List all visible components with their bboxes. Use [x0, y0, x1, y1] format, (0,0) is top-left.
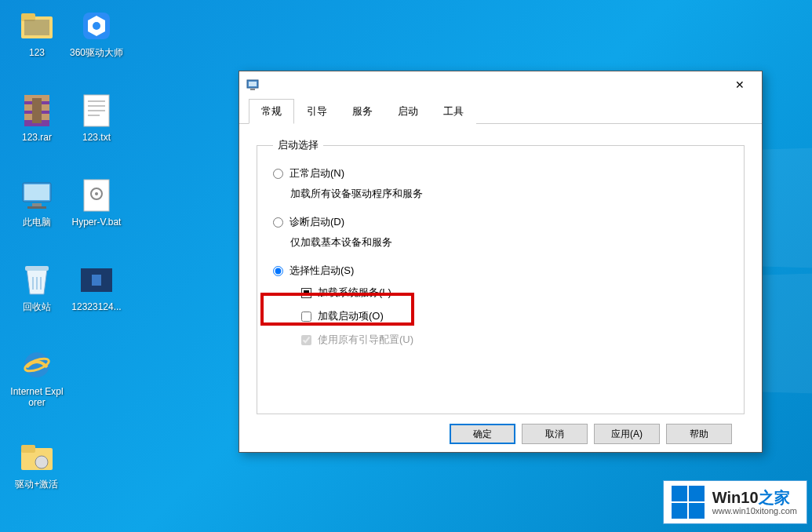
check-label: 加载系统服务(L) — [318, 286, 391, 300]
radio-diagnostic-startup[interactable]: 诊断启动(D) — [273, 215, 728, 229]
checkbox-input[interactable] — [301, 312, 311, 322]
desktop-icon-label: 此电脑 — [23, 217, 51, 228]
desktop-icon-folder-driver[interactable]: 驱动+激活 — [8, 439, 66, 490]
desktop-icon-label: 360驱动大师 — [70, 47, 123, 58]
desktop-icon-label: 12323124... — [71, 301, 121, 312]
hexagon-gear-icon — [78, 8, 115, 44]
msconfig-dialog: ✕ 常规 引导 服务 启动 工具 启动选择 正常启动(N) 加载所有设备驱动程序… — [239, 71, 763, 453]
checkbox-input — [301, 335, 311, 345]
check-label: 使用原有引导配置(U) — [318, 333, 413, 347]
gear-file-icon — [78, 177, 115, 213]
check-use-original-boot: 使用原有引导配置(U) — [301, 333, 728, 347]
selective-options: 加载系统服务(L) 加载启动项(O) 使用原有引导配置(U) — [301, 286, 728, 347]
desktop-icon-rar[interactable]: 123.rar — [8, 93, 66, 143]
group-legend: 启动选择 — [273, 138, 323, 152]
cancel-button[interactable]: 取消 — [522, 424, 588, 444]
close-button[interactable]: ✕ — [724, 74, 756, 96]
svg-rect-29 — [21, 445, 35, 453]
radio-selective-startup[interactable]: 选择性启动(S) — [273, 264, 728, 278]
image-file-icon — [78, 262, 115, 298]
apply-button[interactable]: 应用(A) — [594, 424, 660, 444]
desktop-icon-label: 回收站 — [23, 301, 51, 312]
check-load-startup[interactable]: 加载启动项(O) — [301, 309, 728, 323]
watermark-badge: Win10之家 www.win10xitong.com — [663, 480, 807, 524]
windows-logo-icon — [672, 486, 705, 519]
ok-button[interactable]: 确定 — [450, 424, 515, 444]
svg-rect-2 — [24, 20, 49, 35]
watermark-url: www.win10xitong.com — [712, 506, 797, 516]
desktop-icon-txt[interactable]: 123.txt — [67, 93, 126, 143]
monitor-icon — [19, 177, 55, 213]
archive-icon — [19, 93, 55, 129]
recycle-bin-icon — [19, 262, 55, 298]
desktop-icon-label: 123.txt — [82, 132, 111, 143]
svg-rect-25 — [92, 275, 101, 286]
svg-point-22 — [95, 192, 98, 195]
radio-label: 诊断启动(D) — [289, 215, 344, 229]
desktop-icon-label: Internet Explorer — [8, 386, 66, 408]
watermark-title: Win10之家 — [712, 489, 797, 506]
desktop-icon-ie[interactable]: Internet Explorer — [8, 347, 66, 408]
radio-input[interactable] — [273, 169, 283, 179]
startup-selection-group: 启动选择 正常启动(N) 加载所有设备驱动程序和服务 诊断启动(D) 仅加载基本… — [257, 138, 745, 414]
tab-strip: 常规 引导 服务 启动 工具 — [239, 98, 762, 124]
folder-icon — [19, 439, 55, 476]
svg-rect-10 — [32, 98, 42, 123]
tab-startup[interactable]: 启动 — [385, 99, 431, 124]
svg-rect-19 — [27, 206, 46, 209]
check-label: 加载启动项(O) — [318, 309, 384, 323]
close-icon: ✕ — [735, 78, 745, 91]
desktop-icon-image[interactable]: 12323124... — [67, 262, 126, 312]
internet-explorer-icon — [19, 347, 55, 383]
folder-icon — [19, 8, 55, 44]
svg-rect-17 — [24, 184, 49, 200]
radio-input[interactable] — [273, 217, 283, 228]
app-icon — [246, 78, 260, 92]
tab-boot[interactable]: 引导 — [294, 99, 340, 124]
radio-label: 正常启动(N) — [289, 166, 344, 180]
desktop-icon-this-pc[interactable]: 此电脑 — [8, 177, 66, 228]
checkbox-indeterminate[interactable] — [301, 288, 311, 298]
text-file-icon — [78, 93, 115, 129]
normal-startup-desc: 加载所有设备驱动程序和服务 — [290, 187, 728, 201]
desktop-icon-folder-123[interactable]: 123 — [8, 8, 66, 58]
desktop-icon-bat[interactable]: Hyper-V.bat — [67, 177, 126, 228]
desktop-icon-recycle-bin[interactable]: 回收站 — [8, 262, 66, 312]
svg-rect-33 — [250, 89, 255, 90]
check-load-services[interactable]: 加载系统服务(L) — [301, 286, 728, 300]
radio-normal-startup[interactable]: 正常启动(N) — [273, 166, 728, 180]
radio-input[interactable] — [273, 266, 283, 276]
desktop-icon-360-driver[interactable]: 360驱动大师 — [67, 8, 126, 58]
svg-point-30 — [35, 456, 48, 468]
svg-rect-18 — [32, 203, 42, 206]
tab-general[interactable]: 常规 — [249, 99, 294, 124]
svg-rect-32 — [249, 82, 257, 86]
desktop-icon-label: 123 — [29, 47, 45, 58]
dialog-button-row: 确定 取消 应用(A) 帮助 — [257, 414, 745, 444]
dialog-body: 启动选择 正常启动(N) 加载所有设备驱动程序和服务 诊断启动(D) 仅加载基本… — [239, 124, 762, 452]
tab-services[interactable]: 服务 — [340, 99, 385, 124]
svg-rect-23 — [25, 266, 49, 271]
help-button[interactable]: 帮助 — [666, 424, 732, 444]
desktop-icon-label: Hyper-V.bat — [72, 217, 122, 228]
tab-tools[interactable]: 工具 — [431, 99, 476, 124]
desktop-icon-label: 驱动+激活 — [15, 479, 58, 490]
diagnostic-startup-desc: 仅加载基本设备和服务 — [290, 235, 728, 250]
radio-label: 选择性启动(S) — [289, 264, 354, 278]
dialog-titlebar[interactable]: ✕ — [239, 71, 762, 98]
svg-point-5 — [93, 22, 100, 30]
desktop-icon-label: 123.rar — [22, 132, 52, 143]
